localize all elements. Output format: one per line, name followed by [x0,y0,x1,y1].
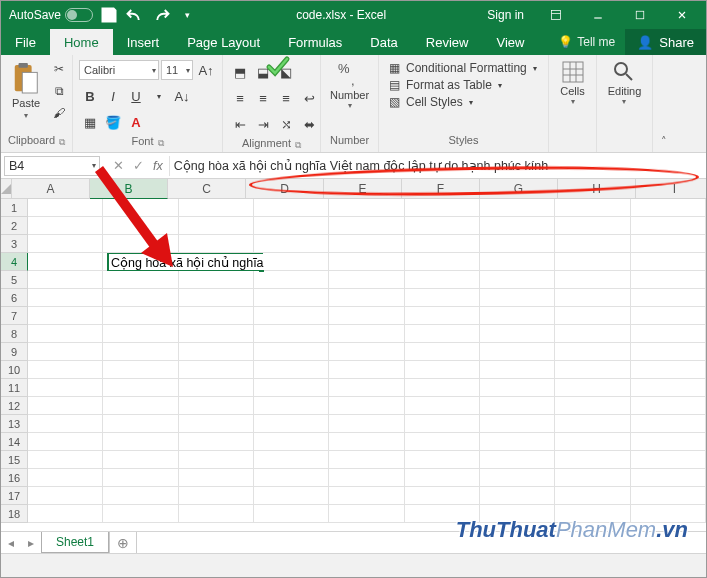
cell-D17[interactable] [254,487,329,505]
underline-menu[interactable]: ▾ [148,85,170,107]
collapse-ribbon-icon[interactable]: ˄ [653,130,675,152]
cell-C12[interactable] [179,397,254,415]
cell-D5[interactable] [254,271,329,289]
cell-E1[interactable] [329,199,404,217]
redo-icon[interactable] [151,5,171,25]
cell-F15[interactable] [405,451,480,469]
cell-D15[interactable] [254,451,329,469]
cell-D6[interactable] [254,289,329,307]
cell-C8[interactable] [179,325,254,343]
cell-I3[interactable] [631,235,706,253]
cell-F7[interactable] [405,307,480,325]
fill-color-icon[interactable]: 🪣 [102,111,124,133]
cell-E10[interactable] [329,361,404,379]
cell-G4[interactable] [480,253,555,271]
cell-F10[interactable] [405,361,480,379]
cell-I17[interactable] [631,487,706,505]
col-header-I[interactable]: I [636,179,706,199]
row-header-1[interactable]: 1 [1,199,28,217]
cell-B10[interactable] [103,361,178,379]
align-center-icon[interactable]: ≡ [252,87,274,109]
grow-font-icon[interactable]: A↑ [195,59,217,81]
fx-icon[interactable]: fx [153,159,169,173]
cell-H2[interactable] [555,217,630,235]
cell-I8[interactable] [631,325,706,343]
cells-button[interactable]: Cells ▾ [560,59,586,106]
cell-A6[interactable] [28,289,103,307]
cell-H11[interactable] [555,379,630,397]
font-color-icon[interactable]: A [125,111,147,133]
cell-G11[interactable] [480,379,555,397]
cell-D16[interactable] [254,469,329,487]
cell-H15[interactable] [555,451,630,469]
cell-E14[interactable] [329,433,404,451]
row-header-11[interactable]: 11 [1,379,28,397]
cell-I14[interactable] [631,433,706,451]
cell-C18[interactable] [179,505,254,523]
row-header-14[interactable]: 14 [1,433,28,451]
align-top-icon[interactable]: ⬒ [229,61,251,83]
maximize-icon[interactable] [620,1,660,29]
cell-I2[interactable] [631,217,706,235]
cell-C13[interactable] [179,415,254,433]
col-header-H[interactable]: H [558,179,636,199]
copy-icon[interactable]: ⧉ [49,81,69,101]
cell-E13[interactable] [329,415,404,433]
cell-A4[interactable] [28,253,103,271]
new-sheet-button[interactable]: ⊕ [109,532,137,553]
cell-A2[interactable] [28,217,103,235]
cell-G5[interactable] [480,271,555,289]
cell-D11[interactable] [254,379,329,397]
cell-E15[interactable] [329,451,404,469]
cell-I7[interactable] [631,307,706,325]
cell-A11[interactable] [28,379,103,397]
cell-I5[interactable] [631,271,706,289]
col-header-F[interactable]: F [402,179,480,199]
row-header-10[interactable]: 10 [1,361,28,379]
signin-link[interactable]: Sign in [477,8,534,22]
cell-H12[interactable] [555,397,630,415]
cell-F4[interactable] [405,253,480,271]
cell-B15[interactable] [103,451,178,469]
cell-A7[interactable] [28,307,103,325]
cell-A14[interactable] [28,433,103,451]
row-header-3[interactable]: 3 [1,235,28,253]
editing-button[interactable]: Editing ▾ [608,59,642,106]
cell-C5[interactable] [179,271,254,289]
share-button[interactable]: 👤Share [625,29,706,55]
paste-button[interactable]: Paste ▾ [7,59,45,122]
cell-G3[interactable] [480,235,555,253]
cell-H13[interactable] [555,415,630,433]
cell-F13[interactable] [405,415,480,433]
cell-G14[interactable] [480,433,555,451]
cell-C6[interactable] [179,289,254,307]
cell-I9[interactable] [631,343,706,361]
cell-B1[interactable] [103,199,178,217]
dialog-launcher-icon[interactable]: ⧉ [59,137,65,148]
cell-I4[interactable] [631,253,706,271]
cell-G16[interactable] [480,469,555,487]
select-all-corner[interactable] [1,179,12,199]
cell-A15[interactable] [28,451,103,469]
col-header-G[interactable]: G [480,179,558,199]
cell-G9[interactable] [480,343,555,361]
cell-A1[interactable] [28,199,103,217]
cell-G6[interactable] [480,289,555,307]
cell-H1[interactable] [555,199,630,217]
underline-button[interactable]: U [125,85,147,107]
cell-E8[interactable] [329,325,404,343]
cell-I13[interactable] [631,415,706,433]
sheet-tab-1[interactable]: Sheet1 [41,532,109,553]
cell-A8[interactable] [28,325,103,343]
cell-D13[interactable] [254,415,329,433]
cell-B11[interactable] [103,379,178,397]
increase-indent-icon[interactable]: ⇥ [252,113,274,135]
cell-F2[interactable] [405,217,480,235]
cell-E3[interactable] [329,235,404,253]
cell-H4[interactable] [555,253,630,271]
cell-D12[interactable] [254,397,329,415]
orientation-icon[interactable]: ⤭ [275,113,297,135]
cell-C14[interactable] [179,433,254,451]
row-header-4[interactable]: 4 [1,253,28,271]
cell-F16[interactable] [405,469,480,487]
